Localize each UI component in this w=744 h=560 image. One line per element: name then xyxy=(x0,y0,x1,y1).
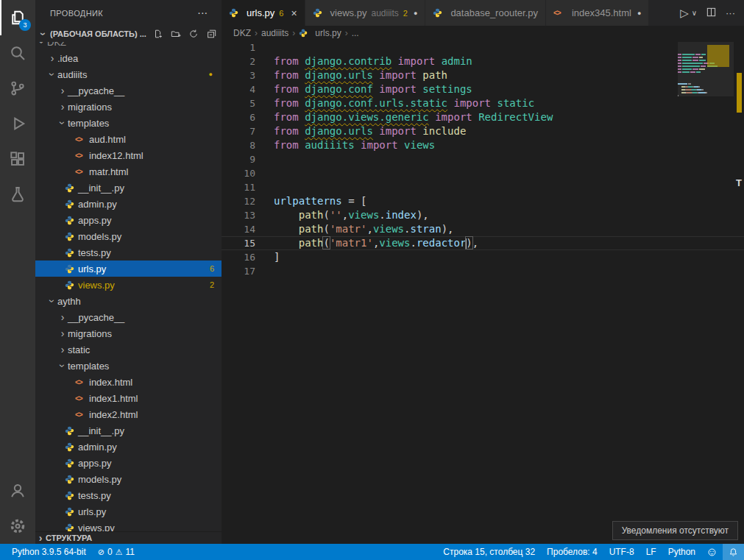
tree-item-aythh[interactable]: ›aythh xyxy=(35,293,222,309)
code-area: 12from django.contrib import admin3from … xyxy=(222,40,744,278)
run-dropdown-icon[interactable]: ∨ xyxy=(692,9,697,17)
code-line[interactable]: 1 xyxy=(222,40,744,54)
code-line[interactable]: 13 path('',views.index), xyxy=(222,208,744,222)
close-icon[interactable]: × xyxy=(291,7,297,19)
tree-item-__init__.py[interactable]: __init__.py xyxy=(35,180,222,196)
code-line[interactable]: 2from django.contrib import admin xyxy=(222,54,744,68)
python-interpreter[interactable]: Python 3.9.5 64-bit xyxy=(6,544,92,560)
eol-setting[interactable]: LF xyxy=(640,544,662,560)
sidebar-more-actions-icon[interactable]: ··· xyxy=(198,9,208,18)
tree-item-aud.html[interactable]: <>aud.html xyxy=(35,131,222,147)
tree-item-__init__.py[interactable]: __init__.py xyxy=(35,422,222,439)
code-line[interactable]: 7from django.urls import include xyxy=(222,124,744,138)
breadcrumb-item-urls.py[interactable]: urls.py xyxy=(299,28,341,38)
html-file-icon: <> xyxy=(75,135,85,143)
tab-index345.html[interactable]: <>index345.html● xyxy=(546,0,649,26)
minimap[interactable] xyxy=(678,42,734,92)
tree-item-templates[interactable]: ›templates xyxy=(35,358,222,374)
tree-item-index1.html[interactable]: <>index1.html xyxy=(35,390,222,406)
chevron-right-icon: › xyxy=(57,101,68,113)
tree-item-urls.py[interactable]: urls.py xyxy=(35,503,222,520)
breadcrumb-item-DKZ[interactable]: DKZ xyxy=(233,28,251,38)
chevron-down-icon: › xyxy=(57,361,68,371)
testing-icon[interactable] xyxy=(0,177,35,212)
tree-item-label: aud.html xyxy=(89,134,126,145)
outline-section-header[interactable]: › СТРУКТУРА xyxy=(35,531,222,544)
activity-bar: 3 xyxy=(0,0,35,544)
indentation-setting[interactable]: Пробелов: 4 xyxy=(541,544,603,560)
problems-indicator[interactable]: ⊘ 0 ⚠ 11 xyxy=(92,544,141,560)
source-control-icon[interactable] xyxy=(0,71,35,106)
tree-item-__pycache__[interactable]: ›__pycache__ xyxy=(35,82,222,99)
breadcrumb-item-...[interactable]: ... xyxy=(352,28,359,38)
html-file-icon: <> xyxy=(75,168,85,176)
tree-item-admin.py[interactable]: admin.py xyxy=(35,439,222,455)
tree-item-models.py[interactable]: models.py xyxy=(35,471,222,487)
refresh-icon[interactable] xyxy=(188,28,199,40)
run-debug-icon[interactable] xyxy=(0,106,35,141)
code-line[interactable]: 14 path('matr',views.stran), xyxy=(222,222,744,236)
code-line[interactable]: 11 xyxy=(222,180,744,194)
code-line[interactable]: 12urlpatterns = [ xyxy=(222,194,744,208)
code-editor[interactable]: 12from django.contrib import admin3from … xyxy=(222,40,744,544)
tree-item-urls.py[interactable]: urls.py6 xyxy=(35,260,222,277)
tree-item-apps.py[interactable]: apps.py xyxy=(35,455,222,471)
tree-item-index.html[interactable]: <>index.html xyxy=(35,374,222,390)
tree-item-audiiits[interactable]: ›audiiits● xyxy=(35,66,222,82)
tree-item-.idea[interactable]: ›.idea xyxy=(35,50,222,66)
tree-item-tests.py[interactable]: tests.py xyxy=(35,487,222,503)
tree-item-models.py[interactable]: models.py xyxy=(35,228,222,244)
tree-item-apps.py[interactable]: apps.py xyxy=(35,212,222,228)
breadcrumb-item-audiiits[interactable]: audiiits xyxy=(261,28,288,38)
language-mode[interactable]: Python xyxy=(662,544,701,560)
feedback-icon[interactable] xyxy=(701,544,723,560)
tree-item-admin.py[interactable]: admin.py xyxy=(35,196,222,212)
tree-item-index12.html[interactable]: <>index12.html xyxy=(35,147,222,163)
new-file-icon[interactable] xyxy=(152,28,164,40)
extensions-icon[interactable] xyxy=(0,141,35,177)
notifications-bell-icon[interactable] xyxy=(723,544,744,560)
code-line[interactable]: 15 path('matr1',views.redactor), xyxy=(222,236,744,250)
code-line[interactable]: 5from django.conf.urls.static import sta… xyxy=(222,96,744,110)
tree-item-matr.html[interactable]: <>matr.html xyxy=(35,163,222,180)
tree-item-index2.html[interactable]: <>index2.html xyxy=(35,406,222,422)
tree-item-label: admin.py xyxy=(78,199,117,210)
more-actions-icon[interactable]: ··· xyxy=(726,7,735,18)
code-line[interactable]: 17 xyxy=(222,264,744,278)
run-python-file-icon[interactable]: ▷ xyxy=(680,7,689,20)
tree-item-static[interactable]: ›static xyxy=(35,341,222,358)
code-line[interactable]: 8from audiiits import views xyxy=(222,138,744,152)
code-line[interactable]: 3from django.urls import path xyxy=(222,68,744,82)
workspace-section-header[interactable]: › (РАБОЧАЯ ОБЛАСТЬ) ... xyxy=(35,26,222,42)
explorer-icon[interactable]: 3 xyxy=(0,0,35,35)
collapse-all-icon[interactable] xyxy=(205,28,217,40)
tab-views.py[interactable]: views.pyaudiiits2● xyxy=(305,0,426,26)
tab-database_roouter.py[interactable]: database_roouter.py xyxy=(425,0,546,26)
account-icon[interactable] xyxy=(0,473,35,508)
status-bar-left: Python 3.9.5 64-bit ⊘ 0 ⚠ 11 xyxy=(0,544,141,560)
cursor-position[interactable]: Строка 15, столбец 32 xyxy=(437,544,541,560)
encoding-setting[interactable]: UTF-8 xyxy=(603,544,640,560)
tree-item-DKZ[interactable]: ›DKZ xyxy=(35,42,222,50)
overview-ruler[interactable] xyxy=(734,40,744,544)
tree-item-views.py[interactable]: views.py2 xyxy=(35,277,222,293)
code-line[interactable]: 9 xyxy=(222,152,744,166)
search-icon[interactable] xyxy=(0,35,35,71)
tree-item-tests.py[interactable]: tests.py xyxy=(35,244,222,260)
tree-item-migrations[interactable]: ›migrations xyxy=(35,99,222,115)
tree-item-views.py[interactable]: views.py xyxy=(35,520,222,531)
code-line-content: from django.urls import path xyxy=(255,68,447,82)
tab-urls.py[interactable]: urls.py6× xyxy=(222,0,305,26)
tree-item-__pycache__[interactable]: ›__pycache__ xyxy=(35,309,222,325)
code-line[interactable]: 6from django.views.generic import Redire… xyxy=(222,110,744,124)
new-folder-icon[interactable] xyxy=(170,28,182,40)
error-count: 0 xyxy=(107,547,113,557)
code-line[interactable]: 10 xyxy=(222,166,744,180)
settings-gear-icon[interactable] xyxy=(0,508,35,544)
code-line[interactable]: 4from django.conf import settings xyxy=(222,82,744,96)
code-line[interactable]: 16] xyxy=(222,250,744,264)
split-editor-icon[interactable] xyxy=(706,7,717,20)
tree-item-migrations[interactable]: ›migrations xyxy=(35,325,222,341)
tree-item-templates[interactable]: ›templates xyxy=(35,115,222,131)
notification-toast[interactable]: Уведомления отсутствуют xyxy=(612,521,738,540)
